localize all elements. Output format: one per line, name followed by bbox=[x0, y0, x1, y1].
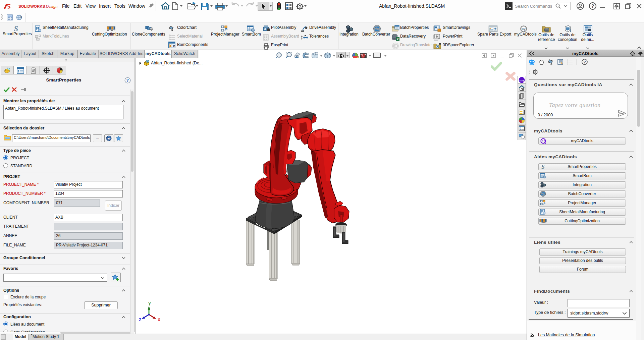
svg-text:x: x bbox=[397, 37, 399, 41]
svg-text:?: ? bbox=[583, 60, 586, 64]
svg-text:P: P bbox=[108, 137, 110, 140]
svg-text:Z: Z bbox=[139, 318, 141, 322]
svg-text:SOLIDWORKS: SOLIDWORKS bbox=[18, 4, 45, 8]
svg-text:Design: Design bbox=[45, 4, 57, 9]
svg-text:?: ? bbox=[591, 3, 594, 9]
svg-text:my: my bbox=[520, 78, 524, 82]
svg-text:n: n bbox=[173, 44, 175, 48]
svg-text:?: ? bbox=[20, 16, 22, 19]
svg-text:?: ? bbox=[126, 78, 129, 83]
svg-text:S: S bbox=[541, 164, 544, 170]
svg-text:my: my bbox=[522, 27, 526, 31]
svg-text:X: X bbox=[158, 318, 160, 322]
svg-text:Y: Y bbox=[148, 302, 151, 306]
